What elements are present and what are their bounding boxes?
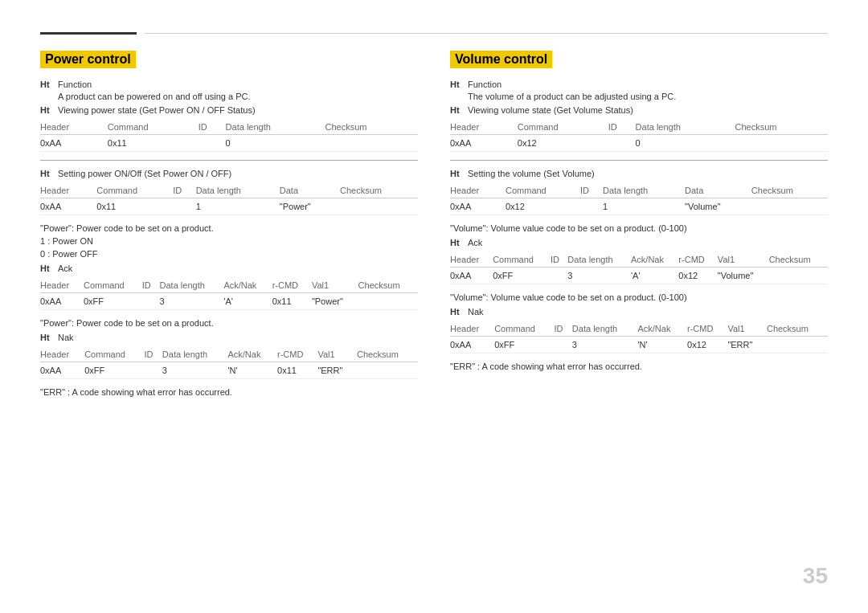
volume-nak-row: Ht Nak	[450, 307, 828, 317]
cell-header: 0xAA	[40, 198, 96, 215]
power-nak-row: Ht Nak	[40, 333, 418, 342]
col-datalength: Data length	[567, 252, 631, 268]
table-row: 0xAA 0xFF 3 'N' 0x12 "ERR"	[450, 337, 828, 353]
cell-datalength: 1	[196, 198, 280, 215]
col-id: ID	[145, 347, 162, 362]
cell-command: 0x11	[108, 135, 199, 152]
col-checksum: Checksum	[357, 347, 418, 362]
power-function-section: Ht Function A product can be powered on …	[40, 80, 418, 102]
cell-header: 0xAA	[40, 362, 84, 379]
volume-ack-table-wrapper: Header Command ID Data length Ack/Nak r-…	[450, 252, 828, 284]
volume-nak-ht: Ht	[450, 307, 463, 317]
cell-val1: "Power"	[312, 293, 358, 310]
volume-function-desc-row: The volume of a product can be adjusted …	[450, 91, 828, 102]
power-setting-header-row: Header Command ID Data length Data Check…	[40, 183, 418, 198]
volume-ack-heading: Ack	[468, 238, 482, 247]
col-command: Command	[518, 120, 608, 135]
power-viewing-section: Ht Viewing power state (Get Power ON / O…	[40, 105, 418, 152]
cell-val1: "Volume"	[718, 268, 769, 284]
col-datalength: Data length	[603, 183, 685, 198]
col-val1: Val1	[727, 321, 767, 337]
volume-setting-heading: Setting the volume (Set Volume)	[468, 169, 595, 178]
divider-1	[40, 160, 418, 161]
col-header: Header	[450, 321, 494, 337]
cell-datalength: 3	[572, 337, 638, 353]
power-function-desc: A product can be powered on and off usin…	[58, 92, 251, 101]
col-header: Header	[40, 278, 84, 293]
col-acknak: Ack/Nak	[631, 252, 678, 268]
volume-viewing-table-wrapper: Header Command ID Data length Checksum 0…	[450, 120, 828, 152]
cell-rcmd: 0x11	[277, 362, 317, 379]
col-rcmd: r-CMD	[678, 252, 718, 268]
power-ack-ht: Ht	[40, 264, 53, 273]
cell-datalength: 3	[567, 268, 631, 284]
cell-acknak: 'N'	[227, 362, 277, 379]
power-viewing-table: Header Command ID Data length Checksum 0…	[40, 120, 418, 152]
power-function-desc-row: A product can be powered on and off usin…	[40, 91, 418, 102]
cell-data: "Power"	[280, 198, 340, 215]
cell-header: 0xAA	[40, 293, 84, 310]
volume-setting-table-wrapper: Header Command ID Data length Data Check…	[450, 183, 828, 215]
volume-control-column: Volume control Ht Function The volume of…	[450, 51, 828, 400]
cell-command: 0x12	[518, 135, 608, 152]
cell-datalength: 1	[603, 198, 685, 215]
cell-header: 0xAA	[40, 135, 108, 152]
col-command: Command	[96, 183, 173, 198]
volume-viewing-section: Ht Viewing volume state (Get Volume Stat…	[450, 105, 828, 152]
power-nak-note: "ERR" : A code showing what error has oc…	[40, 387, 418, 397]
volume-ack-row: Ht Ack	[450, 238, 828, 247]
power-function-ht: Ht	[40, 80, 53, 89]
volume-ack-ht: Ht	[450, 238, 463, 247]
cell-datalength: 0	[226, 135, 326, 152]
header-accent	[40, 32, 137, 35]
volume-nak-note: "ERR" : A code showing what error has oc…	[450, 362, 828, 371]
cell-command: 0x12	[506, 198, 580, 215]
power-setting-heading: Setting power ON/Off (Set Power ON / OFF…	[58, 169, 231, 178]
col-val1: Val1	[317, 347, 357, 362]
cell-id	[580, 198, 603, 215]
power-ack-row: Ht Ack	[40, 264, 418, 273]
col-checksum: Checksum	[326, 120, 418, 135]
col-datalength: Data length	[226, 120, 326, 135]
power-nak-ht: Ht	[40, 333, 53, 342]
cell-data: "Volume"	[685, 198, 751, 215]
volume-function-ht: Ht	[450, 80, 463, 89]
col-id: ID	[608, 120, 636, 135]
cell-command: 0xFF	[494, 337, 554, 353]
volume-nak-header-row: Header Command ID Data length Ack/Nak r-…	[450, 321, 828, 337]
volume-setting-table: Header Command ID Data length Data Check…	[450, 183, 828, 215]
power-function-row: Ht Function	[40, 80, 418, 89]
volume-viewing-header-row: Header Command ID Data length Checksum	[450, 120, 828, 135]
divider-2	[450, 160, 828, 161]
col-id: ID	[142, 278, 160, 293]
volume-viewing-row: Ht Viewing volume state (Get Volume Stat…	[450, 105, 828, 115]
volume-function-desc: The volume of a product can be adjusted …	[468, 92, 676, 101]
power-control-title: Power control	[40, 51, 136, 68]
cell-id	[142, 293, 160, 310]
cell-acknak: 'N'	[637, 337, 687, 353]
col-command: Command	[493, 252, 551, 268]
table-row: 0xAA 0xFF 3 'N' 0x11 "ERR"	[40, 362, 418, 379]
col-id: ID	[551, 252, 567, 268]
col-header: Header	[450, 183, 506, 198]
col-datalength: Data length	[636, 120, 735, 135]
cell-datalength: 3	[162, 362, 228, 379]
col-acknak: Ack/Nak	[223, 278, 272, 293]
volume-ack-table: Header Command ID Data length Ack/Nak r-…	[450, 252, 828, 284]
col-id: ID	[199, 120, 226, 135]
cell-acknak: 'A'	[631, 268, 678, 284]
col-header: Header	[40, 347, 84, 362]
cell-header: 0xAA	[450, 198, 506, 215]
table-row: 0xAA 0x11 0	[40, 135, 418, 152]
col-acknak: Ack/Nak	[227, 347, 277, 362]
col-command: Command	[108, 120, 199, 135]
col-rcmd: r-CMD	[272, 278, 312, 293]
col-rcmd: r-CMD	[687, 321, 727, 337]
power-note3: 0 : Power OFF	[40, 249, 418, 259]
power-note2: 1 : Power ON	[40, 236, 418, 246]
cell-checksum	[326, 135, 418, 152]
cell-checksum	[340, 198, 418, 215]
col-data: Data	[685, 183, 751, 198]
col-rcmd: r-CMD	[277, 347, 317, 362]
power-nak-header-row: Header Command ID Data length Ack/Nak r-…	[40, 347, 418, 362]
